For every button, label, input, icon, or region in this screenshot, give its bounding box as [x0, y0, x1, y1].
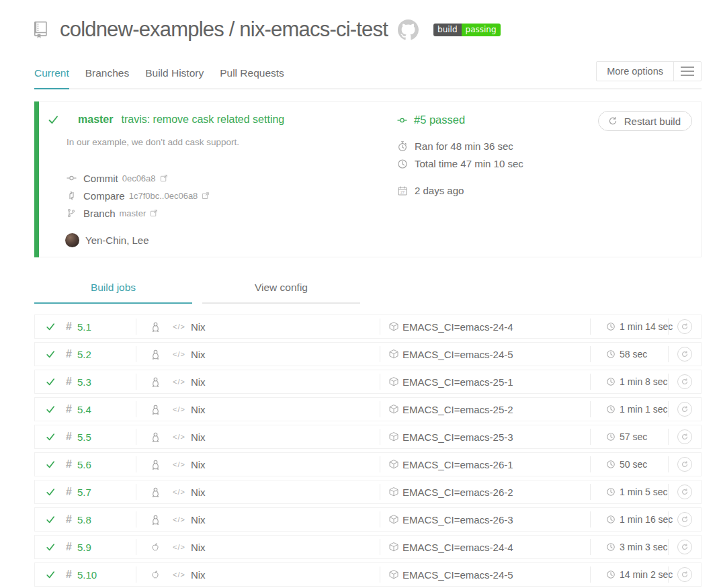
job-row[interactable]: # 5.1 </> Nix EMACS_CI=emacs-24-4 [34, 314, 702, 339]
package-icon [388, 349, 399, 360]
external-link-icon[interactable] [202, 192, 210, 200]
hash-icon: # [66, 458, 72, 470]
code-icon: </> [173, 543, 185, 551]
job-env: EMACS_CI=emacs-25-1 [403, 376, 513, 388]
build-status-badge: build passing [433, 24, 501, 36]
github-icon[interactable] [398, 19, 419, 40]
tab-pull-requests[interactable]: Pull Requests [220, 63, 284, 88]
build-summary-right: #5 passed Ran for 48 min 36 sec Total ti… [396, 102, 701, 257]
compare-row: Compare 1c7f0bc..0ec06a8 [65, 187, 396, 204]
job-number: 5.2 [77, 349, 91, 360]
check-icon [45, 570, 56, 579]
restart-job-button[interactable] [677, 347, 692, 362]
author-row: Yen-Chin, Lee [65, 233, 396, 247]
job-language: Nix [191, 569, 206, 581]
tab-branches[interactable]: Branches [85, 63, 129, 88]
external-link-icon[interactable] [150, 209, 158, 217]
job-env: EMACS_CI=emacs-26-3 [403, 514, 513, 526]
page-title: coldnew-examples / nix-emacs-ci-test [60, 17, 388, 42]
code-icon: </> [173, 350, 185, 358]
tab-view-config[interactable]: View config [202, 282, 360, 304]
job-row[interactable]: # 5.7 </> Nix EMACS_CI=emacs-26-2 [34, 480, 702, 504]
job-duration: 57 sec [620, 431, 647, 442]
build-number-status[interactable]: #5 passed [414, 114, 465, 126]
ran-for-row: Ran for 48 min 36 sec [396, 140, 701, 152]
check-icon [45, 460, 56, 469]
package-icon [388, 431, 399, 442]
branch-name[interactable]: master [78, 114, 113, 126]
job-row[interactable]: # 5.9 </> Nix EMACS_CI=emacs-24-4 [34, 535, 702, 559]
clock-icon [606, 460, 616, 469]
restart-job-button[interactable] [677, 402, 692, 417]
stopwatch-icon [396, 140, 408, 152]
job-number: 5.4 [77, 404, 91, 415]
external-link-icon[interactable] [160, 174, 168, 182]
check-icon [45, 487, 56, 497]
clock-icon [606, 542, 616, 552]
branch-row: Branch master [65, 204, 396, 222]
restart-job-button[interactable] [677, 457, 692, 472]
restart-build-label: Restart build [624, 116, 681, 127]
job-duration: 1 min 16 sec [620, 514, 673, 525]
job-number: 5.1 [77, 321, 91, 333]
finished-at-row: 27 2 days ago [396, 185, 701, 196]
code-icon: </> [173, 433, 185, 441]
more-options-button[interactable]: More options [596, 61, 702, 81]
author-name: Yen-Chin, Lee [85, 235, 149, 246]
code-icon: </> [173, 405, 185, 413]
restart-job-button[interactable] [677, 429, 692, 444]
clock-icon [606, 349, 616, 359]
job-language: Nix [191, 404, 206, 415]
apple-icon [149, 542, 161, 553]
check-icon [45, 405, 56, 414]
commit-icon [396, 115, 408, 126]
job-list: # 5.1 </> Nix EMACS_CI=emacs-24-4 [34, 314, 702, 587]
job-tabs: Build jobs View config [34, 282, 702, 304]
package-icon [388, 569, 399, 580]
restart-job-button[interactable] [677, 319, 692, 334]
build-summary-card: master travis: remove cask related setti… [34, 101, 702, 257]
restart-job-button[interactable] [677, 540, 692, 554]
job-duration: 1 min 8 sec [620, 376, 668, 387]
restart-job-button[interactable] [677, 512, 692, 527]
job-row[interactable]: # 5.2 </> Nix EMACS_CI=emacs-24-5 [34, 342, 702, 366]
job-row[interactable]: # 5.8 </> Nix EMACS_CI=emacs-26-3 [34, 507, 702, 532]
code-icon: </> [173, 571, 185, 579]
job-number: 5.5 [77, 431, 91, 443]
tab-current[interactable]: Current [34, 63, 69, 88]
more-options-label: More options [597, 66, 673, 77]
restart-job-button[interactable] [677, 485, 692, 499]
tab-build-history[interactable]: Build History [145, 63, 204, 88]
clock-icon [396, 159, 408, 169]
compare-range[interactable]: 1c7f0bc..0ec06a8 [129, 191, 198, 201]
restart-build-button[interactable]: Restart build [598, 111, 692, 131]
badge-label: build [433, 24, 462, 36]
branch-label: Branch [83, 208, 116, 219]
job-row[interactable]: # 5.5 </> Nix EMACS_CI=emacs-25-3 [34, 425, 702, 449]
branch-value[interactable]: master [120, 208, 146, 218]
job-number: 5.9 [77, 542, 91, 553]
clock-icon [606, 570, 616, 579]
commit-row: Commit 0ec06a8 [65, 169, 396, 187]
apple-icon [149, 569, 161, 581]
clock-icon [606, 487, 616, 497]
commit-sha[interactable]: 0ec06a8 [122, 173, 156, 183]
package-icon [388, 321, 399, 332]
linux-icon [149, 404, 161, 415]
job-env: EMACS_CI=emacs-24-4 [403, 542, 513, 553]
job-row[interactable]: # 5.6 </> Nix EMACS_CI=emacs-26-1 [34, 452, 702, 476]
clock-icon [606, 432, 616, 442]
job-row[interactable]: # 5.3 </> Nix EMACS_CI=emacs-25-1 [34, 370, 702, 394]
restart-job-button[interactable] [677, 567, 692, 582]
linux-icon [149, 487, 161, 498]
restart-job-button[interactable] [677, 374, 692, 389]
tab-build-jobs[interactable]: Build jobs [34, 282, 192, 304]
commit-icon [65, 173, 77, 183]
job-env: EMACS_CI=emacs-25-2 [403, 404, 513, 415]
compare-icon [65, 190, 77, 201]
job-language: Nix [191, 431, 206, 443]
total-time-row: Total time 47 min 10 sec [396, 158, 701, 169]
job-row[interactable]: # 5.4 </> Nix EMACS_CI=emacs-25-2 [34, 397, 702, 421]
job-row[interactable]: # 5.10 </> Nix EMACS_CI=emacs-24-5 [34, 562, 702, 587]
commit-message-link[interactable]: travis: remove cask related setting [121, 114, 284, 126]
